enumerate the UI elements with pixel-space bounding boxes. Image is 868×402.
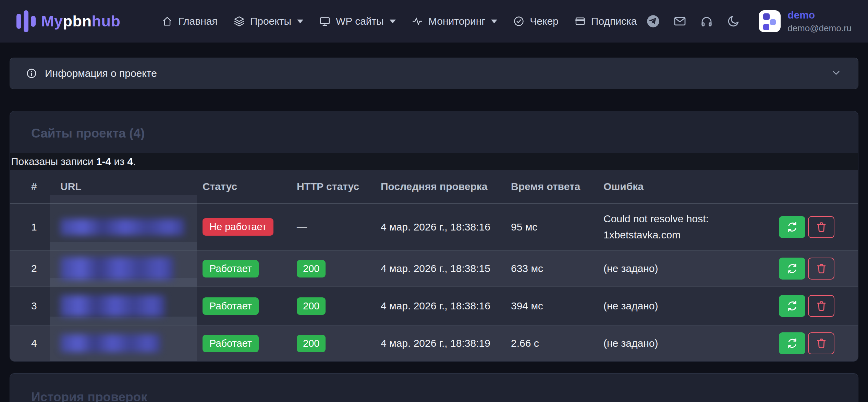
http-status-cell: 200 <box>297 335 381 352</box>
project-sites-card: Сайты проекта (4) Показаны записи 1-4 из… <box>10 111 858 362</box>
records-summary: Показаны записи 1-4 из 4. <box>10 153 858 170</box>
status-badge: Работает <box>203 335 259 352</box>
redacted-url-link[interactable] <box>60 334 160 352</box>
status-badge: Работает <box>203 260 259 277</box>
user-meta: demo demo@demo.ru <box>787 9 852 34</box>
card-title: Сайты проекта (4) <box>10 111 858 153</box>
error-cell: (не задано) <box>603 335 757 352</box>
delete-button[interactable] <box>808 332 834 354</box>
equalizer-bars-icon <box>16 9 36 33</box>
mail-icon[interactable] <box>673 14 687 28</box>
row-actions <box>757 295 858 317</box>
col-header-url: URL <box>60 181 203 192</box>
redacted-url-link[interactable] <box>60 295 165 317</box>
http-status-badge: 200 <box>297 335 326 352</box>
nav-label: Мониторинг <box>428 15 485 27</box>
page-content: Информация о проекте Сайты проекта (4) П… <box>0 43 868 402</box>
status-badge: Не работает <box>203 218 273 236</box>
delete-button[interactable] <box>808 295 834 317</box>
response-time-cell: 394 мс <box>511 300 603 312</box>
trash-icon <box>815 337 828 350</box>
card-title: История проверок <box>10 374 858 402</box>
last-check-cell: 4 мар. 2026 г., 18:38:19 <box>381 338 511 349</box>
last-check-cell: 4 мар. 2026 г., 18:38:15 <box>381 263 511 274</box>
refresh-icon <box>786 337 798 350</box>
trash-icon <box>815 221 828 233</box>
status-cell: Работает <box>203 260 297 277</box>
response-time-cell: 95 мс <box>511 221 603 233</box>
http-status-badge: 200 <box>297 260 326 277</box>
check-history-card: История проверок <box>10 373 858 402</box>
project-info-accordion[interactable]: Информация о проекте <box>10 58 858 89</box>
recheck-button[interactable] <box>779 332 805 354</box>
http-status-badge: 200 <box>297 297 326 315</box>
row-actions <box>757 216 858 238</box>
col-header-status: Статус <box>203 181 297 192</box>
http-status-cell: 200 <box>297 260 381 277</box>
redacted-url-link[interactable] <box>60 257 173 280</box>
moon-icon[interactable] <box>726 14 740 28</box>
http-status-badge: — <box>297 221 307 233</box>
info-icon <box>26 68 37 79</box>
trash-icon <box>815 300 828 312</box>
nav-item-home[interactable]: Главная <box>161 15 217 27</box>
col-header-error: Ошибка <box>603 181 757 192</box>
http-status-cell: — <box>297 221 381 233</box>
chevron-down-icon[interactable] <box>830 67 842 80</box>
status-cell: Не работает <box>203 218 297 236</box>
recheck-button[interactable] <box>779 258 805 280</box>
nav-label: Чекер <box>530 15 559 27</box>
telegram-icon[interactable] <box>646 14 660 28</box>
main-navigation: Главная Проекты WP сайты Мониторинг Чеке… <box>161 15 637 27</box>
accordion-title: Информация о проекте <box>45 68 157 79</box>
nav-label: Проекты <box>250 15 291 27</box>
col-header-response-time: Время ответа <box>511 181 603 192</box>
recheck-button[interactable] <box>779 216 805 238</box>
brand-name: Mypbnhub <box>41 12 120 30</box>
status-badge: Работает <box>203 297 259 315</box>
refresh-icon <box>786 300 798 312</box>
user-name[interactable]: demo <box>787 9 852 21</box>
response-time-cell: 2.66 с <box>511 338 603 349</box>
credit-card-icon <box>574 15 586 27</box>
trash-icon <box>815 262 828 275</box>
error-cell: Could not resolve host: 1xbetstavka.com <box>603 211 757 243</box>
error-cell: (не задано) <box>603 298 757 314</box>
nav-label: Подписка <box>591 15 637 27</box>
nav-item-checker[interactable]: Чекер <box>513 15 559 27</box>
refresh-icon <box>786 262 798 275</box>
nav-item-monitoring[interactable]: Мониторинг <box>412 15 497 27</box>
row-actions <box>757 332 858 354</box>
nav-label: WP сайты <box>336 15 384 27</box>
row-actions <box>757 258 858 280</box>
layers-icon <box>233 15 245 27</box>
response-time-cell: 633 мс <box>511 263 603 274</box>
navbar-actions: demo demo@demo.ru <box>646 9 852 34</box>
nav-item-projects[interactable]: Проекты <box>233 15 303 27</box>
status-cell: Работает <box>203 335 297 352</box>
chevron-down-icon <box>297 20 303 23</box>
headphones-icon[interactable] <box>700 14 713 28</box>
chevron-down-icon <box>491 20 497 23</box>
nav-item-wp-sites[interactable]: WP сайты <box>319 15 396 27</box>
accordion-header: Информация о проекте <box>26 68 157 79</box>
col-header-last-check: Последняя проверка <box>381 181 511 192</box>
http-status-cell: 200 <box>297 297 381 315</box>
recheck-button[interactable] <box>779 295 805 317</box>
refresh-icon <box>786 221 798 233</box>
user-menu[interactable]: demo demo@demo.ru <box>759 9 852 34</box>
last-check-cell: 4 мар. 2026 г., 18:38:16 <box>381 221 511 233</box>
redacted-url-link[interactable] <box>60 219 184 235</box>
nav-item-subscription[interactable]: Подписка <box>574 15 637 27</box>
brand-logo[interactable]: Mypbnhub <box>16 9 120 33</box>
activity-icon <box>412 15 423 27</box>
error-cell: (не задано) <box>603 261 757 277</box>
status-cell: Работает <box>203 297 297 315</box>
nav-label: Главная <box>178 15 217 27</box>
site-url-redacted <box>60 326 203 361</box>
delete-button[interactable] <box>808 216 834 238</box>
check-circle-icon <box>513 15 525 27</box>
user-email: demo@demo.ru <box>787 23 852 34</box>
col-header-num: # <box>10 181 60 192</box>
delete-button[interactable] <box>808 258 834 280</box>
